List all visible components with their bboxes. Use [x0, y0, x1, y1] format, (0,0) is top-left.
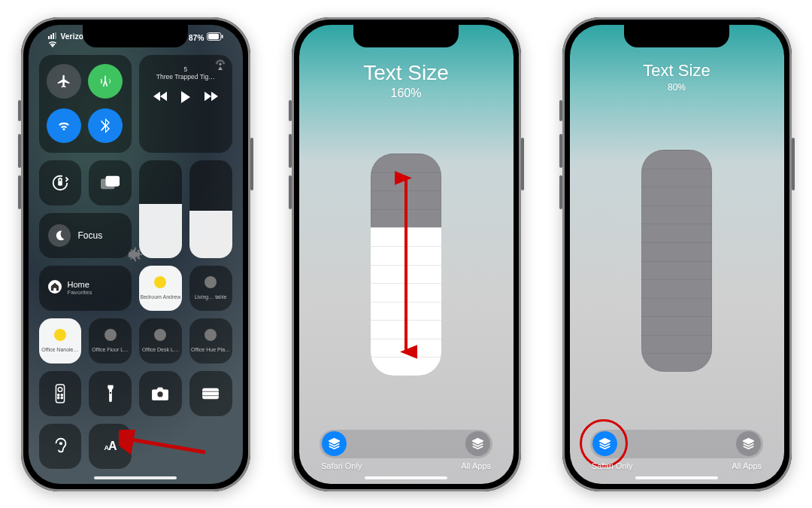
battery-icon	[207, 32, 223, 41]
svg-rect-7	[105, 175, 120, 186]
scope-option-right[interactable]	[465, 431, 490, 456]
homekit-tile-5[interactable]: Office Hue Pla…	[189, 318, 232, 364]
home-icon	[48, 280, 62, 294]
phone-control-center: Verizon ➤ ⏰ 87%	[21, 17, 250, 491]
wallet-button[interactable]	[189, 371, 232, 416]
media-track-title: Three Trapped Tig…	[156, 73, 215, 81]
text-size-slider[interactable]	[371, 154, 441, 376]
svg-point-15	[109, 391, 111, 393]
signal-icon	[48, 32, 56, 39]
homekit-tile-0[interactable]: Bedroom Andrew	[139, 266, 182, 311]
volume-slider[interactable]	[189, 160, 232, 258]
svg-point-3	[219, 62, 221, 65]
svg-rect-5	[58, 181, 62, 186]
media-track-number: 5	[156, 65, 215, 73]
svg-point-16	[158, 391, 163, 397]
svg-point-12	[61, 394, 62, 395]
scope-left-label: Safari Only	[321, 461, 362, 470]
scope-left-label: Safari Only	[592, 461, 632, 470]
rewind-button[interactable]	[153, 91, 167, 103]
airplane-mode-toggle[interactable]	[47, 64, 81, 99]
wifi-toggle[interactable]	[47, 108, 81, 143]
text-size-slider[interactable]	[641, 150, 712, 372]
text-size-title: Text Size	[643, 61, 710, 81]
scope-labels: Safari Only All Apps	[320, 461, 492, 470]
text-size-icon: AA	[105, 440, 117, 453]
media-tile[interactable]: 5 Three Trapped Tig…	[139, 55, 232, 153]
text-size-percent: 160%	[391, 87, 422, 100]
battery-percent: 87%	[189, 34, 205, 42]
focus-label: Focus	[78, 230, 103, 241]
text-size-title: Text Size	[363, 61, 449, 85]
homekit-tile-1[interactable]: Living… table	[189, 266, 232, 311]
tv-remote-button[interactable]	[39, 371, 82, 416]
flashlight-button[interactable]	[89, 371, 132, 416]
camera-button[interactable]	[139, 371, 182, 416]
rotation-lock-button[interactable]	[39, 160, 82, 205]
text-size-scope-toggle[interactable]	[320, 430, 492, 458]
cellular-data-toggle[interactable]	[88, 64, 123, 99]
svg-point-13	[57, 397, 59, 398]
homekit-tile-4[interactable]: Office Desk L…	[139, 318, 182, 364]
moon-icon	[48, 224, 71, 247]
scope-right-label: All Apps	[732, 461, 762, 470]
scope-option-left[interactable]	[322, 431, 347, 456]
text-size-button[interactable]: AA	[89, 424, 132, 469]
scope-labels: Safari Only All Apps	[590, 461, 763, 470]
connectivity-tile[interactable]	[39, 55, 132, 153]
homekit-tile-2[interactable]: Office Nanole…	[39, 318, 82, 364]
airplay-icon[interactable]	[214, 59, 226, 70]
hearing-button[interactable]	[39, 424, 82, 469]
home-subtitle: Favorites	[68, 289, 92, 296]
text-size-percent: 80%	[668, 82, 686, 93]
text-size-scope-toggle[interactable]	[590, 430, 763, 458]
control-center-grid: 5 Three Trapped Tig…	[39, 55, 232, 469]
phone-text-size-80: Text Size 80% Safari Only All Apps	[562, 17, 792, 491]
svg-rect-1	[208, 33, 218, 38]
homekit-tile-3[interactable]: Office Floor L…	[89, 318, 132, 364]
svg-point-14	[61, 397, 62, 398]
svg-point-11	[57, 394, 59, 395]
bluetooth-toggle[interactable]	[88, 108, 123, 143]
scope-option-right[interactable]	[736, 431, 761, 456]
play-button[interactable]	[180, 91, 191, 103]
svg-rect-17	[202, 388, 219, 399]
svg-point-18	[59, 442, 62, 445]
wifi-status-icon	[48, 41, 91, 47]
fastforward-button[interactable]	[205, 91, 218, 103]
phone-text-size-160: Text Size 160%	[292, 17, 521, 491]
home-title: Home	[68, 280, 92, 289]
svg-point-10	[58, 387, 62, 391]
brightness-slider[interactable]	[139, 160, 182, 258]
home-tile[interactable]: Home Favorites	[39, 266, 132, 311]
focus-button[interactable]: Focus	[39, 213, 132, 258]
svg-rect-2	[221, 35, 223, 38]
scope-right-label: All Apps	[461, 461, 491, 470]
scope-option-left[interactable]	[592, 431, 617, 456]
screen-mirroring-button[interactable]	[89, 160, 132, 205]
